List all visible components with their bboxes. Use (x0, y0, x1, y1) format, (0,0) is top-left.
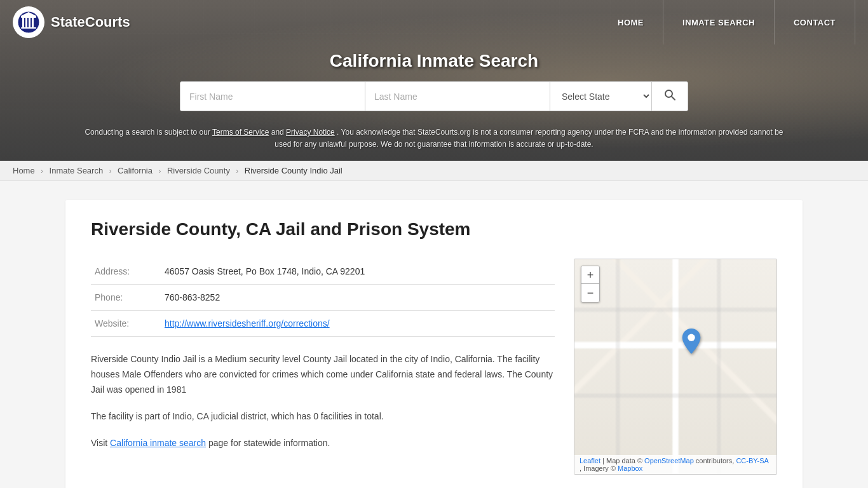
map-container: + − Leaflet | (574, 259, 777, 475)
address-label: Address: (91, 259, 161, 285)
phone-value: 760-863-8252 (161, 285, 555, 311)
info-right: + − Leaflet | (574, 259, 777, 475)
desc3-after: page for statewide information. (208, 438, 330, 448)
website-link[interactable]: http://www.riversidesheriff.org/correcti… (165, 318, 330, 329)
top-nav: StateCourts HOME INMATE SEARCH CONTACT (0, 0, 868, 44)
svg-rect-6 (21, 27, 36, 29)
header-title-area: California Inmate Search (0, 44, 868, 81)
disclaimer-text-after: . You acknowledge that StateCourts.org i… (275, 128, 783, 149)
map-pin (682, 329, 701, 356)
content-wrapper: Riverside County, CA Jail and Prison Sys… (65, 200, 803, 488)
mapbox-link[interactable]: Mapbox (618, 464, 642, 472)
search-button[interactable] (652, 82, 688, 111)
search-icon (663, 88, 676, 104)
last-name-input[interactable] (365, 82, 550, 111)
site-header: StateCourts HOME INMATE SEARCH CONTACT C… (0, 0, 868, 161)
description-1: Riverside County Indio Jail is a Medium … (91, 352, 555, 397)
page-heading: Riverside County, CA Jail and Prison Sys… (91, 219, 777, 240)
disclaimer-text-before: Conducting a search is subject to our (85, 128, 212, 137)
svg-rect-2 (25, 17, 27, 27)
info-left: Address: 46057 Oasis Street, Po Box 1748… (91, 259, 555, 475)
table-row-website: Website: http://www.riversidesheriff.org… (91, 311, 555, 337)
main-content: Riverside County, CA Jail and Prison Sys… (53, 181, 815, 488)
website-label: Website: (91, 311, 161, 337)
first-name-input[interactable] (180, 82, 365, 111)
page-main-title: California Inmate Search (13, 51, 855, 71)
logo-link[interactable]: StateCourts (13, 6, 130, 38)
description-3: Visit California inmate search page for … (91, 436, 555, 451)
osm-link[interactable]: OpenStreetMap (644, 457, 694, 464)
map-attribution: Leaflet | Map data © OpenStreetMap contr… (574, 455, 776, 474)
disclaimer-text-middle: and (271, 128, 286, 137)
state-select[interactable]: Select State AlabamaAlaskaArizonaArkansa… (550, 82, 652, 111)
description-2: The facility is part of Indio, CA judici… (91, 409, 555, 424)
breadcrumb-sep-2: › (109, 167, 112, 175)
nav-links: HOME INMATE SEARCH CONTACT (599, 0, 855, 44)
breadcrumb-california[interactable]: California (118, 166, 153, 175)
svg-line-9 (672, 97, 675, 100)
nav-inmate-search[interactable]: INMATE SEARCH (663, 0, 775, 44)
ccbysa-link[interactable]: CC-BY-SA (736, 457, 768, 464)
search-form: Select State AlabamaAlaskaArizonaArkansa… (180, 81, 688, 111)
nav-contact[interactable]: CONTACT (775, 0, 855, 44)
breadcrumb-current: Riverside County Indio Jail (245, 166, 342, 175)
breadcrumb-riverside-county[interactable]: Riverside County (167, 166, 230, 175)
terms-link[interactable]: Terms of Service (212, 128, 269, 137)
nav-home[interactable]: HOME (599, 0, 663, 44)
breadcrumb-sep-1: › (41, 167, 43, 175)
svg-rect-4 (32, 17, 34, 27)
logo-icon (13, 6, 44, 38)
zoom-out-button[interactable]: − (581, 284, 599, 302)
info-layout: Address: 46057 Oasis Street, Po Box 1748… (91, 259, 777, 475)
table-row-phone: Phone: 760-863-8252 (91, 285, 555, 311)
contributors-text: contributors, (696, 457, 736, 464)
logo-text: StateCourts (51, 14, 130, 30)
svg-point-10 (688, 334, 695, 341)
breadcrumb-home[interactable]: Home (13, 166, 35, 175)
california-search-link[interactable]: California inmate search (110, 438, 206, 448)
imagery-text: , Imagery © (580, 464, 618, 472)
privacy-link[interactable]: Privacy Notice (286, 128, 335, 137)
search-bar-area: Select State AlabamaAlaskaArizonaArkansa… (0, 81, 868, 121)
breadcrumb: Home › Inmate Search › California › Rive… (0, 161, 868, 181)
map-zoom-controls: + − (581, 266, 600, 302)
address-value: 46057 Oasis Street, Po Box 1748, Indio, … (161, 259, 555, 285)
svg-rect-1 (22, 17, 24, 27)
svg-rect-5 (21, 16, 36, 18)
desc3-before: Visit (91, 438, 110, 448)
map-tiles (574, 259, 776, 474)
breadcrumb-sep-4: › (236, 167, 239, 175)
table-row-address: Address: 46057 Oasis Street, Po Box 1748… (91, 259, 555, 285)
disclaimer-area: Conducting a search is subject to our Te… (0, 121, 868, 161)
breadcrumb-sep-3: › (159, 167, 161, 175)
zoom-in-button[interactable]: + (581, 266, 599, 284)
info-table: Address: 46057 Oasis Street, Po Box 1748… (91, 259, 555, 337)
breadcrumb-inmate-search[interactable]: Inmate Search (50, 166, 104, 175)
map-data-text: | Map data © (602, 457, 644, 464)
phone-label: Phone: (91, 285, 161, 311)
leaflet-link[interactable]: Leaflet (580, 457, 600, 464)
map-area: + − Leaflet | (574, 259, 776, 474)
svg-rect-3 (29, 17, 31, 27)
website-value: http://www.riversidesheriff.org/correcti… (161, 311, 555, 337)
